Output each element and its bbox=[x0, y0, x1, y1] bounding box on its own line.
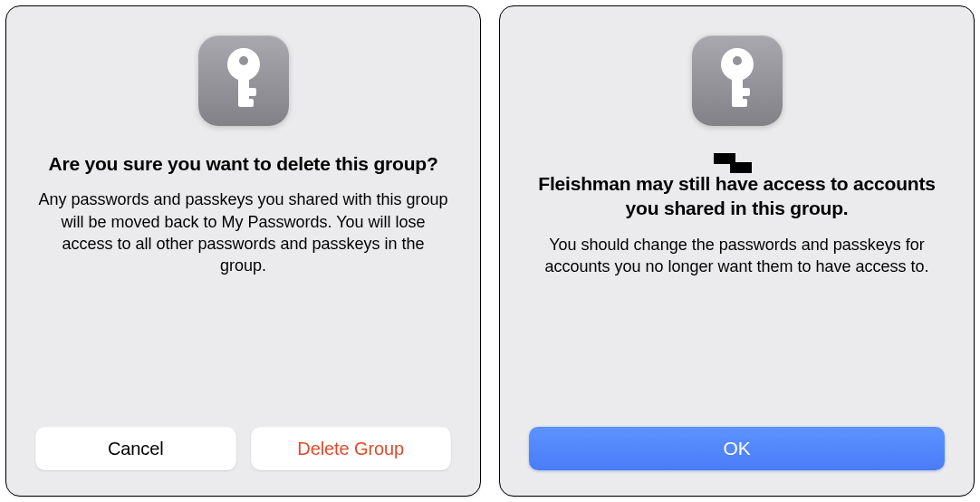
ok-button[interactable]: OK bbox=[529, 427, 945, 470]
cancel-button[interactable]: Cancel bbox=[35, 427, 236, 470]
redacted-name-icon bbox=[714, 153, 752, 173]
svg-rect-4 bbox=[238, 99, 254, 107]
button-row: OK bbox=[529, 427, 945, 470]
dialog-title: Fleishman may still have access to accou… bbox=[529, 151, 945, 221]
passwords-app-icon bbox=[692, 35, 783, 126]
delete-group-confirm-dialog: Are you sure you want to delete this gro… bbox=[5, 5, 481, 497]
dialog-title-text: Are you sure you want to delete this gro… bbox=[48, 151, 437, 176]
dialog-title-text: Fleishman may still have access to accou… bbox=[534, 171, 939, 221]
passwords-app-icon bbox=[198, 35, 289, 126]
svg-rect-8 bbox=[732, 88, 750, 96]
svg-point-6 bbox=[733, 56, 742, 65]
dialog-title: Are you sure you want to delete this gro… bbox=[48, 151, 437, 176]
dialog-body: You should change the passwords and pass… bbox=[529, 234, 945, 278]
dialog-body: Any passwords and passkeys you shared wi… bbox=[35, 188, 451, 276]
button-row: Cancel Delete Group bbox=[35, 427, 451, 470]
svg-point-1 bbox=[239, 56, 248, 65]
svg-rect-3 bbox=[238, 88, 256, 96]
delete-group-button[interactable]: Delete Group bbox=[251, 427, 452, 470]
member-access-warning-dialog: Fleishman may still have access to accou… bbox=[499, 5, 975, 497]
key-icon bbox=[713, 48, 762, 113]
svg-rect-11 bbox=[730, 162, 752, 173]
svg-rect-9 bbox=[732, 99, 747, 107]
key-icon bbox=[219, 48, 268, 113]
